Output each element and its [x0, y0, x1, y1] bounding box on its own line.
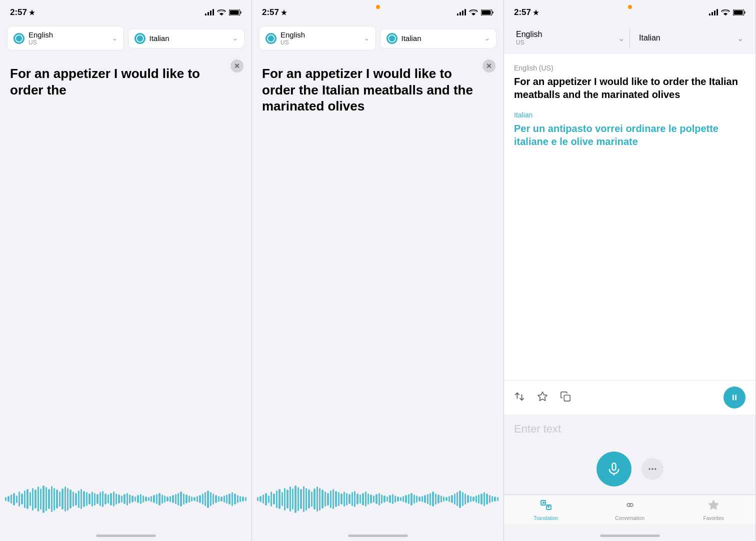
orange-dot-2 [376, 5, 380, 9]
status-icons-3 [709, 10, 746, 16]
orange-dot-3 [628, 5, 632, 9]
tab-conversation-label: Conversation [615, 516, 644, 521]
globe-icon-target-2 [386, 33, 398, 44]
translation-area-2: ✕ For an appetizer I would like to order… [252, 54, 504, 484]
source-lang-name-3: English [516, 30, 542, 39]
lang-row-2: English US ⌄ Italian ⌄ [252, 22, 504, 54]
tab-translation-label: Translation [534, 516, 558, 521]
status-time-2: 2:57 [262, 8, 287, 18]
chevron-source-2: ⌄ [364, 34, 370, 42]
location-icon-3 [533, 10, 539, 16]
panel-3: 2:57 English US ⌄ Italian ⌄ [504, 0, 756, 541]
globe-icon-1 [14, 33, 24, 44]
panel-1: 2:57 English US ⌄ Italia [0, 0, 252, 541]
signal-icon-3 [709, 10, 718, 16]
home-indicator-3 [504, 524, 756, 541]
conversation-tab-icon [624, 499, 636, 514]
home-indicator-2 [252, 524, 504, 541]
target-lang-btn-2[interactable]: Italian ⌄ [380, 28, 497, 48]
wifi-icon-3 [721, 10, 730, 16]
favorites-tab-icon [708, 499, 720, 514]
pause-btn[interactable] [724, 386, 746, 408]
status-icons-1 [205, 10, 242, 16]
main-text-1: For an appetizer I would like to order t… [10, 66, 242, 98]
tab-conversation[interactable]: Conversation [588, 498, 672, 522]
target-lang-name-2: Italian [402, 34, 481, 42]
close-btn-2[interactable]: ✕ [482, 60, 496, 72]
source-lang-sub-3: US [516, 39, 542, 46]
text-input-placeholder: Enter text [514, 422, 561, 435]
status-time-1: 2:57 [10, 8, 35, 18]
source-lang-sub-1: US [28, 39, 108, 46]
svg-rect-3 [482, 10, 491, 15]
location-icon-2 [281, 10, 287, 16]
tab-bar-3: Translation Conversation Favorites [504, 494, 756, 524]
battery-icon-3 [733, 10, 746, 16]
result-text-it: Per un antipasto vorrei ordinare le polp… [514, 122, 746, 148]
mic-btn-3[interactable] [596, 452, 632, 486]
target-lang-name-3: Italian [639, 34, 660, 42]
source-lang-btn-1[interactable]: English US ⌄ [7, 26, 124, 50]
chevron-source-3: ⌄ [618, 34, 624, 43]
svg-rect-9 [735, 395, 736, 400]
source-lang-name-2: English [280, 30, 360, 39]
waveform-2 [252, 484, 504, 524]
svg-marker-17 [708, 500, 718, 510]
battery-icon-2 [481, 10, 494, 16]
result-text-en: For an appetizer I would like to order t… [514, 75, 746, 101]
target-lang-name-1: Italian [150, 34, 229, 42]
svg-rect-5 [734, 10, 743, 15]
source-lang-sub-2: US [280, 39, 360, 46]
chevron-target-1: ⌄ [232, 34, 238, 42]
copy-icon[interactable] [560, 391, 571, 404]
svg-point-10 [648, 468, 650, 470]
tab-favorites[interactable]: Favorites [672, 498, 756, 522]
signal-icon-1 [205, 10, 214, 16]
signal-icon-2 [457, 10, 466, 16]
result-lang-it-label: Italian [514, 111, 746, 119]
svg-point-12 [654, 468, 656, 470]
svg-point-16 [630, 504, 633, 506]
mic-row-3 [504, 444, 756, 494]
lang-row-1: English US ⌄ Italian ⌄ [0, 22, 252, 54]
text-input-area-3[interactable]: Enter text [504, 414, 756, 444]
svg-rect-8 [732, 395, 734, 400]
chevron-target-3: ⌄ [737, 34, 744, 43]
battery-icon-1 [229, 10, 242, 16]
panel-2: 2:57 English US ⌄ I [252, 0, 504, 541]
lang-row-3: English US ⌄ Italian ⌄ [504, 22, 756, 54]
target-lang-btn-3[interactable]: Italian ⌄ [630, 30, 748, 47]
star-icon[interactable] [537, 391, 548, 404]
svg-point-11 [652, 468, 653, 470]
translation-tab-icon [540, 499, 552, 514]
swap-icon[interactable] [514, 391, 525, 404]
target-lang-btn-1[interactable]: Italian ⌄ [128, 28, 245, 48]
globe-icon-target-1 [134, 33, 146, 44]
chevron-source-1: ⌄ [112, 34, 118, 42]
globe-icon-2 [266, 33, 276, 44]
main-text-2: For an appetizer I would like to order t… [262, 66, 494, 114]
status-bar-2: 2:57 [252, 0, 504, 22]
tab-favorites-label: Favorites [704, 516, 724, 521]
close-btn-1[interactable]: ✕ [230, 60, 244, 72]
waveform-1 [0, 484, 252, 524]
status-bar-3: 2:57 [504, 0, 756, 22]
home-indicator-1 [0, 524, 252, 541]
svg-marker-6 [538, 392, 547, 400]
svg-rect-7 [564, 395, 570, 401]
status-time-3: 2:57 [514, 8, 539, 18]
location-icon-1 [29, 10, 35, 16]
translation-result-3: English (US) For an appetizer I would li… [504, 54, 756, 380]
source-lang-name-1: English [28, 30, 108, 39]
chevron-target-2: ⌄ [484, 34, 490, 42]
action-bar-3 [504, 380, 756, 414]
tab-translation[interactable]: Translation [504, 498, 588, 522]
status-icons-2 [457, 10, 494, 16]
source-lang-btn-2[interactable]: English US ⌄ [259, 26, 376, 50]
source-lang-btn-3[interactable]: English US ⌄ [511, 26, 630, 50]
wifi-icon-2 [469, 10, 478, 16]
result-lang-en-label: English (US) [514, 64, 746, 72]
more-btn-3[interactable] [642, 458, 664, 480]
translation-area-1: ✕ For an appetizer I would like to order… [0, 54, 252, 484]
svg-point-15 [627, 504, 630, 506]
